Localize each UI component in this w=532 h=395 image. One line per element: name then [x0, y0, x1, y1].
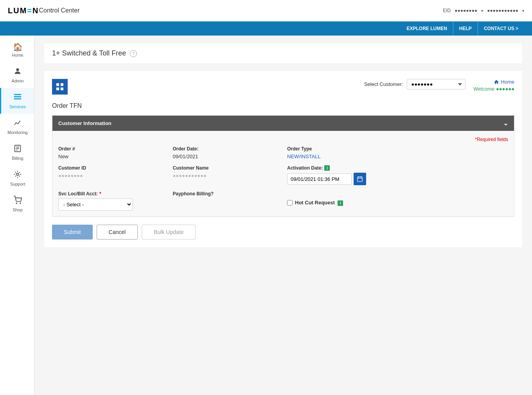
main-layout: 🏠 Home Admin Services Monitoring Bill — [0, 36, 532, 395]
customer-select-label: Select Customer: — [364, 81, 403, 87]
monitoring-icon — [13, 118, 22, 129]
customer-name-label: Customer Name — [173, 165, 280, 171]
svc-loc-select[interactable]: - Select - — [58, 198, 133, 211]
order-number-label: Order # — [58, 146, 165, 152]
svc-loc-field: Svc Loc/Bill Acct: * - Select - — [58, 191, 165, 211]
customer-select-dropdown[interactable]: ●●●●●●● — [407, 79, 466, 89]
svg-rect-3 — [14, 98, 21, 100]
order-date-label: Order Date: — [173, 146, 280, 152]
hot-cut-checkbox-wrapper: Hot Cut Request i — [287, 200, 394, 206]
content-panel: Select Customer: ●●●●●●● Home Welcome ●●… — [44, 71, 522, 247]
sidebar-item-home[interactable]: 🏠 Home — [0, 38, 34, 62]
top-section: Select Customer: ●●●●●●● Home Welcome ●●… — [52, 79, 514, 95]
hot-cut-info-icon[interactable]: i — [338, 200, 343, 206]
payphone-field: Payphone Billing? — [173, 191, 280, 211]
app-title: Control Center — [39, 7, 443, 14]
spacer-field-1 — [402, 146, 509, 159]
nav-explore-lumen[interactable]: EXPLORE LUMEN — [401, 21, 453, 36]
calendar-button[interactable] — [354, 173, 366, 185]
support-icon — [13, 170, 22, 181]
top-header: LUM=N Control Center EID ●●●●●●●● ▾ ●●●●… — [0, 0, 532, 21]
order-date-field: Order Date: 09/01/2021 — [173, 146, 280, 159]
customer-select-group: Select Customer: ●●●●●●● — [364, 79, 466, 89]
spacer-field-2 — [402, 165, 509, 185]
header-right: EID ●●●●●●●● ▾ ●●●●●●●●●●● ▾ — [443, 8, 524, 13]
calendar-icon — [357, 176, 363, 182]
svg-point-0 — [16, 68, 19, 71]
welcome-text: Welcome ●●●●●● — [473, 86, 514, 92]
grid-dot-3 — [56, 88, 59, 90]
collapse-arrow[interactable]: ⌄ — [503, 120, 508, 127]
order-number-value: New — [58, 154, 165, 159]
sidebar: 🏠 Home Admin Services Monitoring Bill — [0, 36, 34, 395]
home-icon: 🏠 — [13, 42, 23, 52]
nav-help[interactable]: HELP — [453, 21, 478, 36]
svg-rect-2 — [14, 96, 21, 97]
cancel-button[interactable]: Cancel — [97, 225, 138, 240]
help-icon[interactable]: ? — [130, 50, 137, 57]
order-tfn-title: Order TFN — [52, 102, 514, 109]
page-title: 1+ Switched & Toll Free — [52, 49, 126, 57]
user-dropdown-arrow[interactable]: ▾ — [522, 9, 524, 13]
sidebar-label-support: Support — [10, 182, 25, 186]
hot-cut-label[interactable]: Hot Cut Request i — [295, 200, 343, 206]
required-note: *Required fields — [58, 137, 508, 142]
customer-name-value: ●●●●●●●●●●● — [173, 173, 280, 179]
customer-name-field: Customer Name ●●●●●●●●●●● — [173, 165, 280, 185]
eid-value: ●●●●●●●● — [455, 8, 477, 13]
nav-contact-us[interactable]: CONTACT US > — [478, 21, 524, 36]
sidebar-item-billing[interactable]: Billing — [0, 139, 34, 165]
eid-dropdown-arrow[interactable]: ▾ — [481, 9, 483, 13]
bulk-update-button[interactable]: Bulk Update — [142, 225, 196, 240]
services-icon — [13, 93, 22, 103]
shop-icon — [13, 196, 22, 206]
home-link-icon — [494, 79, 499, 85]
svg-point-8 — [16, 173, 19, 175]
svg-point-10 — [20, 203, 21, 204]
sidebar-label-monitoring: Monitoring — [7, 130, 27, 135]
order-number-field: Order # New — [58, 146, 165, 159]
activation-date-label: Activation Date: i — [287, 165, 394, 171]
action-buttons: Submit Cancel Bulk Update — [52, 225, 514, 240]
customer-info-body: *Required fields Order # New Order Date:… — [52, 131, 514, 216]
eid-label: EID — [443, 8, 451, 13]
grid-menu-button[interactable] — [52, 79, 68, 95]
user-value: ●●●●●●●●●●● — [487, 8, 518, 13]
sidebar-item-monitoring[interactable]: Monitoring — [0, 114, 34, 139]
order-type-field: Order Type NEW/INSTALL — [287, 146, 394, 159]
home-link[interactable]: Home — [494, 79, 514, 85]
home-welcome-area: Home Welcome ●●●●●● — [473, 79, 514, 92]
home-link-label: Home — [501, 79, 514, 85]
customer-info-header: Customer Information ⌄ — [52, 116, 514, 131]
sidebar-item-support[interactable]: Support — [0, 165, 34, 191]
svc-loc-required-marker: * — [99, 191, 101, 197]
submit-button[interactable]: Submit — [52, 225, 93, 240]
hot-cut-field: Hot Cut Request i — [287, 191, 394, 211]
activation-date-input[interactable] — [287, 173, 352, 185]
sidebar-label-home: Home — [12, 53, 23, 57]
billing-icon — [13, 144, 22, 155]
page-header: 1+ Switched & Toll Free ? — [44, 43, 522, 63]
sidebar-label-shop: Shop — [13, 207, 23, 212]
admin-icon — [13, 67, 22, 77]
hot-cut-checkbox[interactable] — [287, 200, 293, 206]
nav-bar: EXPLORE LUMEN HELP CONTACT US > — [0, 21, 532, 36]
sidebar-label-services: Services — [9, 104, 26, 109]
activation-date-info-icon[interactable]: i — [324, 165, 330, 171]
sidebar-label-billing: Billing — [12, 156, 23, 161]
sidebar-item-admin[interactable]: Admin — [0, 62, 34, 88]
svg-point-9 — [16, 203, 17, 204]
customer-id-field: Customer ID ●●●●●●●● — [58, 165, 165, 185]
sidebar-item-shop[interactable]: Shop — [0, 191, 34, 217]
logo: LUM=N — [8, 6, 39, 15]
grid-icon — [56, 83, 63, 90]
activation-date-input-wrapper — [287, 173, 394, 185]
svg-rect-11 — [358, 177, 362, 182]
sidebar-item-services[interactable]: Services — [0, 88, 34, 114]
grid-dot-2 — [61, 83, 63, 86]
order-type-value: NEW/INSTALL — [287, 154, 394, 159]
order-date-value: 09/01/2021 — [173, 154, 280, 159]
customer-info-panel: Customer Information ⌄ *Required fields … — [52, 115, 514, 217]
form-grid: Order # New Order Date: 09/01/2021 Order… — [58, 146, 508, 211]
customer-info-title: Customer Information — [58, 120, 111, 126]
